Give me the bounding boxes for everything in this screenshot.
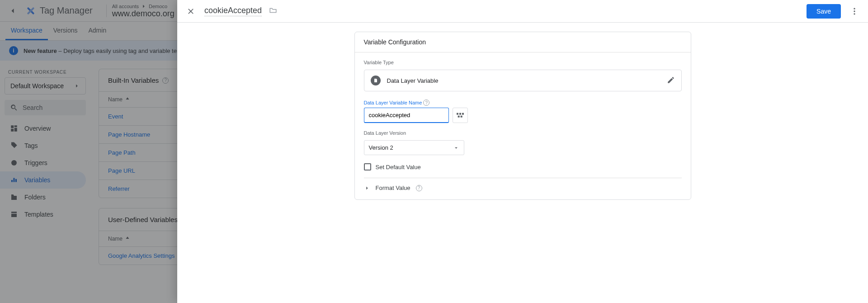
set-default-row[interactable]: Set Default Value	[364, 163, 682, 178]
variable-type-selector[interactable]: Data Layer Variable	[364, 70, 682, 91]
variable-type-icon	[371, 76, 381, 85]
format-label: Format Value	[376, 185, 410, 191]
help-icon[interactable]: ?	[423, 99, 429, 106]
dlname-input[interactable]	[364, 108, 449, 123]
variable-title[interactable]: cookieAccepted	[204, 6, 262, 16]
help-icon[interactable]: ?	[416, 185, 422, 191]
svg-point-3	[854, 8, 855, 9]
insert-variable-button[interactable]	[453, 108, 468, 123]
format-value-row[interactable]: Format Value ?	[364, 178, 682, 199]
dlversion-select[interactable]: Version 2	[364, 140, 464, 155]
vtype-label: Variable Type	[364, 60, 682, 65]
config-title: Variable Configuration	[355, 32, 691, 52]
folder-icon[interactable]	[269, 6, 277, 16]
svg-rect-9	[458, 116, 459, 118]
chevron-right-icon	[364, 185, 370, 191]
dlver-label: Data Layer Version	[364, 130, 682, 136]
save-button[interactable]: Save	[807, 4, 841, 19]
svg-rect-10	[460, 116, 462, 118]
variable-type-name: Data Layer Variable	[387, 77, 439, 84]
svg-point-4	[854, 10, 855, 12]
dlversion-value: Version 2	[369, 144, 393, 151]
svg-rect-7	[459, 113, 461, 115]
dropdown-icon	[453, 145, 459, 151]
dlname-label: Data Layer Variable Name	[364, 100, 422, 105]
close-button[interactable]	[182, 2, 200, 20]
checkbox[interactable]	[364, 163, 371, 170]
svg-rect-8	[462, 113, 464, 115]
set-default-label: Set Default Value	[376, 164, 421, 170]
svg-rect-6	[457, 113, 458, 115]
more-button[interactable]	[845, 2, 863, 20]
edit-icon[interactable]	[667, 76, 675, 85]
modal-scrim[interactable]	[0, 0, 177, 303]
svg-point-5	[854, 13, 855, 14]
